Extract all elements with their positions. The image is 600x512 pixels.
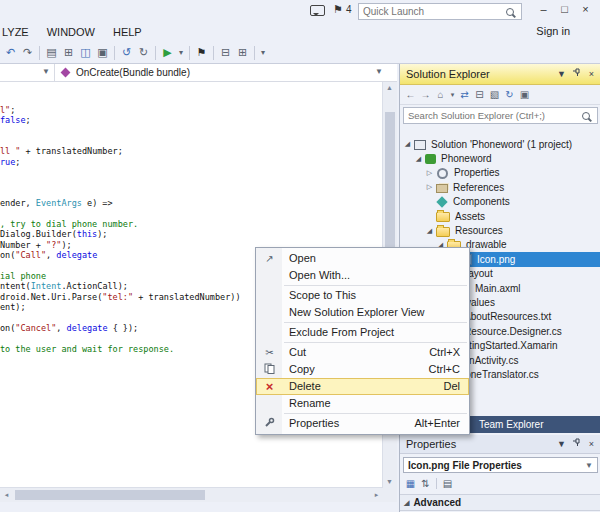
expander-icon[interactable]: ◢ <box>413 155 424 163</box>
tree-item-assets[interactable]: Assets <box>400 209 600 223</box>
tree-item-label: Properties <box>452 167 500 178</box>
save-icon[interactable]: ◫ <box>77 43 94 62</box>
forward-icon[interactable]: → <box>418 89 433 100</box>
code-line: l"; <box>0 105 383 115</box>
delete-icon: × <box>261 378 278 395</box>
menu-item-new-solution-explorer-view[interactable]: New Solution Explorer View <box>256 304 469 321</box>
category-row-advanced[interactable]: ◢ Advanced <box>400 494 600 511</box>
open-file-icon[interactable]: ⊞ <box>60 43 77 62</box>
properties-icon[interactable]: ▣ <box>517 89 532 100</box>
type-dropdown[interactable]: ▼ <box>0 64 55 81</box>
solution-explorer-search-input[interactable] <box>404 110 582 121</box>
show-all-files-icon[interactable]: ▧ <box>487 89 502 100</box>
menu-item-scope-to-this[interactable]: Scope to This <box>256 287 469 304</box>
tree-item-components[interactable]: Components <box>400 195 600 209</box>
horizontal-scrollbar[interactable]: ◂ ▸ <box>0 487 383 502</box>
close-icon[interactable]: × <box>584 435 599 453</box>
expander-icon[interactable]: ◢ <box>402 140 413 148</box>
close-button[interactable]: × <box>575 0 596 18</box>
close-icon[interactable]: × <box>584 65 599 83</box>
scroll-right-icon[interactable]: ▸ <box>370 488 383 501</box>
tree-item-solution-phoneword-1-project[interactable]: ◢Solution 'Phoneword' (1 project) <box>400 137 600 151</box>
maximize-button[interactable]: □ <box>554 0 575 18</box>
menu-item-properties[interactable]: PropertiesAlt+Enter <box>256 415 469 432</box>
tab-team-explorer[interactable]: Team Explorer <box>470 416 552 433</box>
debug-target-dropdown-icon[interactable]: ▾ <box>176 43 186 62</box>
start-debug-icon[interactable]: ▶ <box>159 43 176 62</box>
code-line <box>0 167 383 177</box>
tree-item-label: Resource.Designer.cs <box>462 326 562 337</box>
selected-object-dropdown[interactable]: Icon.png File Properties ▼ <box>403 457 598 473</box>
redo-icon[interactable]: ↻ <box>135 43 152 62</box>
scroll-left-icon[interactable]: ◂ <box>0 488 13 501</box>
sign-in-link[interactable]: Sign in <box>536 25 570 37</box>
menu-item-exclude-from-project[interactable]: Exclude From Project <box>256 324 469 341</box>
tree-item-label: Solution 'Phoneword' (1 project) <box>429 139 572 150</box>
categorized-icon[interactable]: ▦ <box>403 478 418 489</box>
horizontal-scroll-thumb[interactable] <box>15 490 205 500</box>
menu-analyze[interactable]: LYZE <box>0 26 38 38</box>
tree-item-label: Main.axml <box>473 283 521 294</box>
pin-icon[interactable] <box>569 65 584 83</box>
menu-item-open-with[interactable]: Open With... <box>256 267 469 284</box>
expander-icon[interactable]: ◢ <box>424 227 435 235</box>
pin-icon[interactable] <box>569 435 584 453</box>
navigate-forward-icon[interactable]: ↷ <box>19 43 36 62</box>
navigate-back-icon[interactable]: ↶ <box>2 43 19 62</box>
alphabetical-icon[interactable]: ⇅ <box>418 478 433 489</box>
menu-separator <box>284 342 467 343</box>
tree-item-resources[interactable]: ◢Resources <box>400 223 600 237</box>
solution-explorer-toolbar: ←→⌂▾⇄⊟▧↻▣ <box>400 85 600 105</box>
window-menu-icon[interactable]: ▼ <box>554 65 569 83</box>
tree-item-label: Phoneword <box>439 153 492 164</box>
tree-item-properties[interactable]: ▷Properties <box>400 166 600 180</box>
expander-icon[interactable]: ▷ <box>424 183 435 191</box>
tree-item-phoneword[interactable]: ◢Phoneword <box>400 151 600 165</box>
menu-window[interactable]: WINDOW <box>38 26 104 38</box>
vertical-scroll-thumb[interactable] <box>385 112 395 267</box>
chevron-down-icon: ▼ <box>585 461 593 470</box>
menu-item-cut[interactable]: ✂CutCtrl+X <box>256 344 469 361</box>
menu-item-delete[interactable]: ×DeleteDel <box>256 378 469 395</box>
titlebar: ⚑ 4 – □ × <box>0 0 600 22</box>
back-icon[interactable]: ← <box>403 89 418 100</box>
refresh-icon[interactable]: ↻ <box>502 89 517 100</box>
scroll-up-icon[interactable]: ▲ <box>383 82 396 94</box>
quick-launch-input[interactable] <box>359 6 506 17</box>
bookmark-icon[interactable]: ⚑ <box>193 43 210 62</box>
menu-item-rename[interactable]: Rename <box>256 395 469 412</box>
collapse-region-icon[interactable]: ⊟ <box>217 43 234 62</box>
toolbar-separator <box>114 46 115 60</box>
property-pages-icon[interactable]: ▤ <box>440 478 455 489</box>
properties-toolbar: ▦⇅▤ <box>400 476 600 491</box>
new-file-icon[interactable]: ▤ <box>43 43 60 62</box>
scroll-down-icon[interactable]: ▼ <box>383 476 396 488</box>
save-all-icon[interactable]: ▣ <box>94 43 111 62</box>
home-icon[interactable]: ⌂ <box>433 89 448 100</box>
expand-region-icon[interactable]: ⊞ <box>234 43 251 62</box>
properties-header[interactable]: Properties ▼ × <box>400 435 600 454</box>
notifications-flag-icon[interactable]: ⚑ <box>333 3 343 16</box>
window-menu-icon[interactable]: ▼ <box>554 435 569 453</box>
solution-explorer-search-box[interactable] <box>403 107 598 124</box>
tree-item-references[interactable]: ▷References <box>400 180 600 194</box>
collapse-all-icon[interactable]: ⊟ <box>472 89 487 100</box>
undo-icon[interactable]: ↺ <box>118 43 135 62</box>
menu-item-copy[interactable]: CopyCtrl+C <box>256 361 469 378</box>
minimize-button[interactable]: – <box>533 0 554 18</box>
code-line <box>0 136 383 146</box>
quick-launch-box[interactable] <box>358 3 522 20</box>
menu-help[interactable]: HELP <box>104 26 151 38</box>
expander-icon[interactable]: ◢ <box>404 499 409 507</box>
more-options-icon[interactable]: ▾ <box>258 43 268 62</box>
solution-explorer-header[interactable]: Solution Explorer ▼ × <box>400 64 600 85</box>
expander-icon[interactable]: ▷ <box>424 169 435 177</box>
method-icon <box>61 68 71 78</box>
sync-with-active-document-icon[interactable]: ⇄ <box>457 89 472 100</box>
folder-icon <box>436 212 450 222</box>
menu-item-open[interactable]: ↗Open <box>256 250 469 267</box>
feedback-bubble-icon[interactable] <box>310 5 325 16</box>
scope-dropdown-icon[interactable]: ▾ <box>448 91 457 99</box>
member-dropdown[interactable]: OnCreate(Bundle bundle) ▼ <box>55 64 397 81</box>
toolbar-separator <box>155 46 156 60</box>
